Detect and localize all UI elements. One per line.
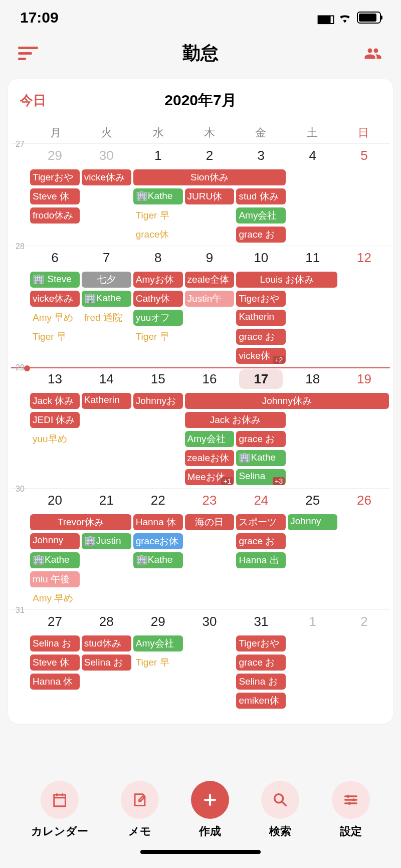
today-button[interactable]: 今日 [20,92,46,109]
day-cell[interactable]: 20 [29,489,81,514]
event-chip[interactable]: zeale全体 [185,272,235,288]
day-cell[interactable]: 17 [235,367,287,393]
event-chip[interactable]: emiken休 [236,693,286,709]
event-chip[interactable]: JEDI 休み [30,412,80,428]
nav-memo[interactable]: メモ [121,781,159,839]
event-chip[interactable]: miu 午後 [30,571,80,587]
event-chip[interactable]: vicke休み [30,291,80,307]
event-chip[interactable]: Sion休み [133,169,286,185]
event-chip[interactable]: Steve 休 [30,188,80,204]
event-chip[interactable]: Tiger 早 [133,329,183,345]
month-title[interactable]: 2020年7月 [164,90,236,111]
event-chip[interactable]: Amy会社 [185,431,235,447]
event-chip[interactable]: Meeお休+1 [185,469,235,485]
day-cell[interactable]: 22 [132,489,184,514]
event-chip[interactable]: Johnny [288,514,337,530]
event-chip[interactable]: Cathy休 [133,291,183,307]
event-chip[interactable]: Jack お休み [185,412,286,428]
people-icon[interactable] [363,45,383,63]
day-cell[interactable]: 7 [81,246,132,272]
event-chip[interactable]: Selina お [236,674,286,690]
event-chip[interactable]: 🏢 Steve [30,272,80,288]
day-cell[interactable]: 30 [184,610,236,635]
day-cell[interactable]: 4 [287,144,338,169]
event-chip[interactable]: Katherin [236,310,286,326]
day-cell[interactable]: 29 [29,144,81,169]
event-chip[interactable]: 七夕 [82,272,131,288]
day-cell[interactable]: 19 [338,367,390,393]
day-cell[interactable]: 10 [235,246,287,272]
event-chip[interactable]: Steve 休 [30,655,80,671]
event-chip[interactable]: Hanna 休 [133,514,183,530]
event-chip[interactable]: 🏢Kathe [133,552,183,568]
event-chip[interactable]: Tiger 早 [133,207,183,224]
more-badge[interactable]: +3 [273,477,285,485]
event-chip[interactable]: スポーツ [236,514,286,530]
menu-icon[interactable] [18,47,38,60]
event-chip[interactable]: graceお休 [133,533,183,549]
event-chip[interactable]: Amy会社 [236,207,286,224]
event-chip[interactable]: Justin午 [185,291,235,307]
event-chip[interactable]: vicke休+2 [236,348,286,364]
event-chip[interactable]: yuuオフ [133,310,183,326]
event-chip[interactable]: 🏢Kathe [30,552,80,568]
day-cell[interactable]: 1 [132,144,184,169]
day-cell[interactable]: 21 [81,489,132,514]
event-chip[interactable]: Amyお休 [133,272,183,288]
event-chip[interactable]: Selina +3 [236,469,286,485]
event-chip[interactable]: grace お [236,227,286,243]
event-chip[interactable]: Tigerおや [30,169,80,185]
day-cell[interactable]: 24 [235,489,287,514]
event-chip[interactable]: vicke休み [82,169,131,185]
event-chip[interactable]: grace お [236,329,286,345]
event-chip[interactable]: Tigerおや [236,635,286,652]
day-cell[interactable]: 2 [184,144,236,169]
day-cell[interactable]: 28 [81,610,132,635]
event-chip[interactable]: 🏢Kathe [133,188,183,204]
event-chip[interactable]: grace お [236,431,286,447]
day-cell[interactable]: 3 [235,144,287,169]
event-chip[interactable]: Hanna 出 [236,552,286,568]
event-chip[interactable]: Louis お休み [236,272,337,288]
more-badge[interactable]: +1 [221,477,233,485]
day-cell[interactable]: 13 [29,367,81,393]
day-cell[interactable]: 25 [287,489,338,514]
event-chip[interactable]: yuu早め [30,431,80,447]
nav-plus[interactable]: 作成 [191,781,229,839]
event-chip[interactable]: Amy 早め [30,310,80,326]
event-chip[interactable]: Jack 休み [30,393,80,409]
event-chip[interactable]: stud休み [82,635,131,652]
event-chip[interactable]: Johnny [30,533,80,549]
event-chip[interactable]: Selina お [82,655,131,671]
event-chip[interactable]: 🏢Kathe [82,291,131,307]
event-chip[interactable]: Tiger 早 [133,655,183,671]
day-cell[interactable]: 9 [184,246,236,272]
day-cell[interactable]: 2 [338,610,390,635]
day-cell[interactable]: 15 [132,367,184,393]
day-cell[interactable]: 31 [235,610,287,635]
event-chip[interactable]: Hanna 休 [30,674,80,690]
nav-calendar[interactable]: カレンダー [31,781,88,839]
day-cell[interactable]: 23 [184,489,236,514]
day-cell[interactable]: 8 [132,246,184,272]
event-chip[interactable]: stud 休み [236,188,286,204]
more-badge[interactable]: +2 [273,356,285,364]
day-cell[interactable]: 16 [184,367,236,393]
day-cell[interactable]: 14 [81,367,132,393]
day-cell[interactable]: 27 [29,610,81,635]
event-chip[interactable]: Tigerおや [236,291,286,307]
event-chip[interactable]: Selina お [30,635,80,652]
event-chip[interactable]: Tiger 早 [30,329,80,345]
day-cell[interactable]: 11 [287,246,338,272]
event-chip[interactable]: zealeお休 [185,450,235,466]
day-cell[interactable]: 12 [338,246,390,272]
event-chip[interactable]: fred 通院 [82,310,131,326]
event-chip[interactable]: Johnny休み [185,393,389,409]
event-chip[interactable]: frodo休み [30,207,80,224]
event-chip[interactable]: 海の日 [185,514,235,530]
event-chip[interactable]: grace休 [133,227,183,243]
day-cell[interactable]: 26 [338,489,390,514]
event-chip[interactable]: Katherin [82,393,131,409]
event-chip[interactable]: Amy会社 [133,635,183,652]
nav-settings[interactable]: 設定 [332,781,370,839]
